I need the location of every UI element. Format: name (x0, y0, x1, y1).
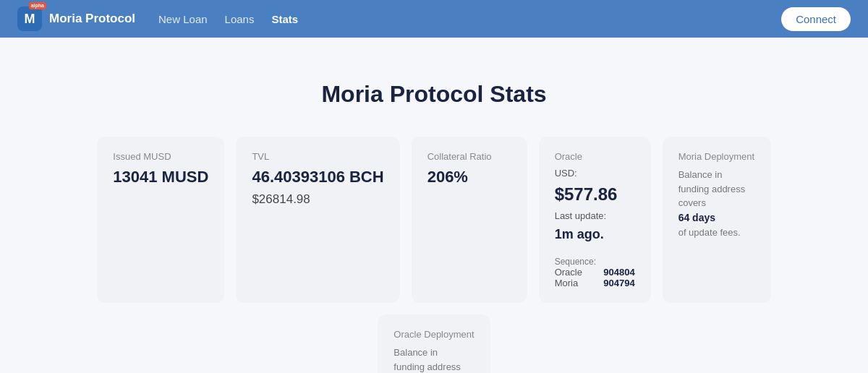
oracle-usd-label: USD: (555, 168, 635, 179)
oracle-label: Oracle (555, 151, 635, 162)
connect-button[interactable]: Connect (781, 7, 851, 31)
oracle-deploy-text: Balance in funding address covers 212 da… (393, 346, 474, 373)
card-moria-deployment: Moria Deployment Balance in funding addr… (663, 137, 771, 303)
oracle-update-label: Last update: (555, 210, 635, 221)
moria-deploy-text3: covers (678, 197, 706, 208)
moria-deploy-text: Balance in funding address covers 64 day… (678, 168, 755, 239)
header-left: M alpha Moria Protocol New Loan Loans St… (17, 7, 298, 31)
issued-label: Issued MUSD (113, 151, 208, 162)
stats-cards-row: Issued MUSD 13041 MUSD TVL 46.40393106 B… (36, 137, 832, 373)
moria-deploy-text2: funding address (678, 184, 746, 194)
header: M alpha Moria Protocol New Loan Loans St… (0, 0, 868, 38)
tvl-usd-value: $26814.98 (252, 192, 383, 207)
collateral-value: 206% (427, 168, 511, 186)
logo-area: M alpha Moria Protocol (17, 7, 135, 31)
card-issued-musd: Issued MUSD 13041 MUSD (97, 137, 224, 303)
seq-moria-num: 904794 (603, 278, 634, 288)
collateral-label: Collateral Ratio (427, 151, 511, 162)
oracle-seq-moria-row: Moria 904794 (555, 278, 635, 288)
oracle-seq-oracle-row: Oracle 904804 (555, 267, 635, 278)
tvl-label: TVL (252, 151, 383, 162)
logo-letter: M (25, 12, 35, 27)
logo-text: Moria Protocol (49, 12, 135, 26)
oracle-price: $577.86 (555, 184, 635, 205)
oracle-deploy-text1: Balance in (393, 347, 438, 358)
card-oracle: Oracle USD: $577.86 Last update: 1m ago.… (539, 137, 651, 303)
oracle-seq-label: Sequence: (555, 257, 635, 267)
logo-icon: M alpha (17, 7, 42, 31)
seq-oracle-num: 904804 (603, 267, 634, 278)
moria-deploy-text4: of update fees. (678, 227, 741, 238)
moria-deploy-text1: Balance in (678, 169, 723, 180)
oracle-deploy-label: Oracle Deployment (393, 329, 474, 340)
card-collateral-ratio: Collateral Ratio 206% (412, 137, 527, 303)
nav-new-loan[interactable]: New Loan (158, 13, 208, 25)
nav-stats[interactable]: Stats (271, 13, 298, 25)
oracle-update-value: 1m ago. (555, 227, 635, 242)
card-tvl: TVL 46.40393106 BCH $26814.98 (236, 137, 399, 303)
moria-deploy-label: Moria Deployment (678, 151, 755, 162)
moria-deploy-days: 64 days (678, 212, 715, 223)
alpha-badge: alpha (29, 2, 46, 9)
card-oracle-deployment: Oracle Deployment Balance in funding add… (378, 314, 490, 373)
nav-loans[interactable]: Loans (225, 13, 255, 25)
tvl-bch-value: 46.40393106 BCH (252, 168, 383, 186)
nav-links: New Loan Loans Stats (158, 13, 298, 25)
seq-oracle-name: Oracle (555, 267, 582, 278)
seq-moria-name: Moria (555, 278, 579, 288)
page-title: Moria Protocol Stats (321, 81, 546, 108)
issued-value: 13041 MUSD (113, 168, 208, 186)
main-content: Moria Protocol Stats Issued MUSD 13041 M… (0, 38, 868, 373)
oracle-deploy-text2: funding address (393, 361, 461, 372)
